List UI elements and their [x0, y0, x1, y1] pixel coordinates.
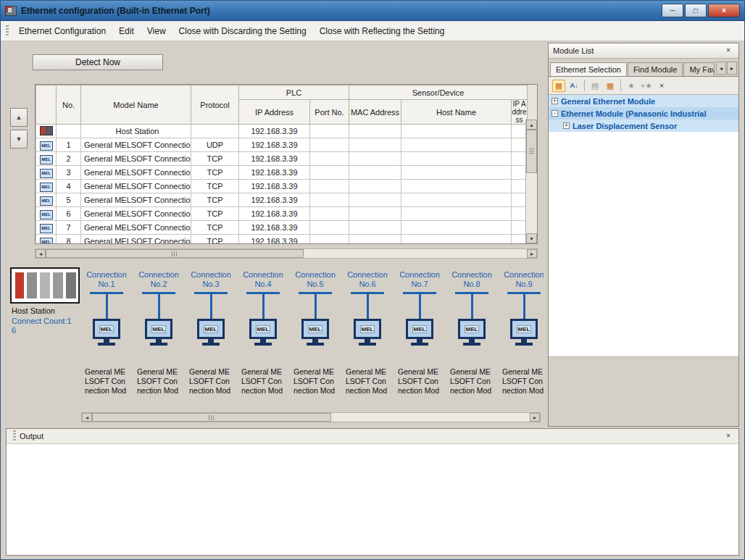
- menu-edit[interactable]: Edit: [112, 23, 141, 39]
- module-icon-cell[interactable]: [36, 125, 57, 138]
- protocol-cell[interactable]: TCP: [191, 221, 239, 235]
- protocol-cell[interactable]: TCP: [191, 180, 239, 193]
- menu-close-reflecting[interactable]: Close with Reflecting the Setting: [313, 23, 451, 39]
- module-icon-cell[interactable]: MEL: [36, 193, 57, 207]
- module-icon-cell[interactable]: MEL: [36, 180, 57, 193]
- model-name-cell[interactable]: General MELSOFT Connection: [81, 180, 191, 193]
- model-name-cell[interactable]: General MELSOFT Connection: [81, 207, 191, 221]
- model-name-cell[interactable]: General MELSOFT Connection: [81, 152, 191, 166]
- no-cell[interactable]: 4: [57, 180, 81, 193]
- protocol-cell[interactable]: TCP: [191, 235, 239, 245]
- tab-my-favorites[interactable]: My Fav: [683, 62, 715, 76]
- tab-scroll-right-button[interactable]: ►: [727, 62, 737, 75]
- host-name-cell[interactable]: [401, 152, 512, 166]
- connection-9[interactable]: Connection No.9MELGeneral ME LSOFT Con n…: [498, 270, 544, 396]
- scroll-left-button[interactable]: ◄: [36, 249, 46, 258]
- ip-address-cell[interactable]: 192.168.3.39: [239, 152, 310, 166]
- expand-icon[interactable]: +: [552, 98, 558, 104]
- port-cell[interactable]: [310, 166, 349, 180]
- collapse-icon[interactable]: -: [552, 110, 558, 117]
- port-cell[interactable]: [310, 152, 349, 166]
- table-row[interactable]: MEL3General MELSOFT ConnectionTCP192.168…: [36, 166, 528, 180]
- host-station-image[interactable]: [10, 267, 80, 304]
- menu-close-discarding[interactable]: Close with Discarding the Setting: [172, 23, 313, 39]
- table-row[interactable]: MEL6General MELSOFT ConnectionTCP192.168…: [36, 207, 528, 221]
- protocol-cell[interactable]: TCP: [191, 193, 239, 207]
- protocol-cell[interactable]: TCP: [191, 207, 239, 221]
- display-image-icon[interactable]: ▦: [552, 80, 565, 92]
- model-name-cell[interactable]: General MELSOFT Connection: [81, 193, 191, 207]
- scrollbar-thumb[interactable]: [92, 413, 331, 422]
- scroll-down-button[interactable]: ▼: [526, 233, 537, 243]
- tab-scroll-left-button[interactable]: ◄: [716, 62, 726, 75]
- mac-address-cell[interactable]: [349, 235, 401, 245]
- table-horizontal-scrollbar[interactable]: ◄ ►: [35, 248, 538, 259]
- ip-address-cell[interactable]: 192.168.3.39: [239, 138, 310, 152]
- sort-icon[interactable]: A↓: [567, 80, 580, 92]
- maximize-button[interactable]: □: [685, 4, 707, 17]
- module-icon-cell[interactable]: MEL: [36, 152, 57, 166]
- no-cell[interactable]: 5: [57, 193, 81, 207]
- port-cell[interactable]: [310, 138, 349, 152]
- connection-3[interactable]: Connection No.3MELGeneral ME LSOFT Con n…: [185, 270, 237, 396]
- mac-address-cell[interactable]: [349, 125, 401, 138]
- connection-7[interactable]: Connection No.7MELGeneral ME LSOFT Con n…: [394, 270, 446, 396]
- port-cell[interactable]: [310, 235, 349, 245]
- port-cell[interactable]: [310, 221, 349, 235]
- ip-address-cell[interactable]: 192.168.3.39: [239, 125, 310, 138]
- detect-now-button[interactable]: Detect Now: [33, 54, 163, 70]
- scrollbar-thumb[interactable]: [526, 130, 537, 173]
- protocol-cell[interactable]: UDP: [191, 138, 239, 152]
- tab-ethernet-selection[interactable]: Ethernet Selection: [550, 62, 627, 77]
- move-down-button[interactable]: ▼: [10, 130, 28, 149]
- tree-item[interactable]: -Ethernet Module (Panasonic Industrial: [549, 107, 738, 120]
- mac-address-cell[interactable]: [349, 180, 401, 193]
- module-icon-cell[interactable]: MEL: [36, 235, 57, 245]
- delete-icon[interactable]: ×: [655, 80, 668, 92]
- output-grip[interactable]: [13, 430, 16, 442]
- no-cell[interactable]: 3: [57, 166, 81, 180]
- module-icon-cell[interactable]: MEL: [36, 221, 57, 235]
- host-name-cell[interactable]: [401, 235, 512, 245]
- host-name-cell[interactable]: [401, 166, 512, 180]
- scrollbar-track[interactable]: [331, 413, 530, 422]
- protocol-cell[interactable]: TCP: [191, 152, 239, 166]
- port-cell[interactable]: [310, 180, 349, 193]
- host-name-cell[interactable]: [401, 221, 512, 235]
- host-name-cell[interactable]: [401, 125, 512, 138]
- port-cell[interactable]: [310, 193, 349, 207]
- menubar-grip[interactable]: [6, 25, 9, 37]
- table-row[interactable]: MEL7General MELSOFT ConnectionTCP192.168…: [36, 221, 528, 235]
- model-name-cell[interactable]: Host Station: [81, 125, 191, 138]
- connection-4[interactable]: Connection No.4MELGeneral ME LSOFT Con n…: [237, 270, 289, 396]
- host-name-cell[interactable]: [401, 180, 512, 193]
- table-vertical-scrollbar[interactable]: ▲ ▼: [525, 120, 537, 243]
- ip-address-cell[interactable]: 192.168.3.39: [239, 221, 310, 235]
- model-name-cell[interactable]: General MELSOFT Connection: [81, 235, 191, 245]
- ip-address-cell[interactable]: 192.168.3.39: [239, 235, 310, 245]
- move-up-button[interactable]: ▲: [10, 108, 28, 127]
- host-name-cell[interactable]: [401, 207, 512, 221]
- diagram-horizontal-scrollbar[interactable]: ◄ ►: [81, 412, 541, 422]
- module-icon-cell[interactable]: MEL: [36, 207, 57, 221]
- module-list-close-button[interactable]: ×: [723, 46, 734, 57]
- host-name-cell[interactable]: [401, 138, 512, 152]
- table-row[interactable]: MEL4General MELSOFT ConnectionTCP192.168…: [36, 180, 528, 193]
- scroll-right-button[interactable]: ►: [530, 413, 540, 422]
- mac-address-cell[interactable]: [349, 193, 401, 207]
- group-display-icon[interactable]: ▦: [604, 80, 617, 92]
- no-cell[interactable]: 8: [57, 235, 81, 245]
- mac-address-cell[interactable]: [349, 152, 401, 166]
- host-name-cell[interactable]: [401, 193, 512, 207]
- scroll-left-button[interactable]: ◄: [82, 413, 92, 422]
- expand-icon[interactable]: +: [563, 122, 570, 129]
- table-row[interactable]: MEL1General MELSOFT ConnectionUDP192.168…: [36, 138, 528, 152]
- table-row[interactable]: Host Station192.168.3.39: [36, 125, 528, 138]
- tree-item[interactable]: +Laser Displacement Sensor: [549, 120, 738, 132]
- no-cell[interactable]: 1: [57, 138, 81, 152]
- mac-address-cell[interactable]: [349, 166, 401, 180]
- close-button[interactable]: ×: [708, 4, 740, 17]
- add-favorite-icon[interactable]: +★: [640, 80, 653, 92]
- no-cell[interactable]: 2: [57, 152, 81, 166]
- scrollbar-track[interactable]: [304, 249, 527, 258]
